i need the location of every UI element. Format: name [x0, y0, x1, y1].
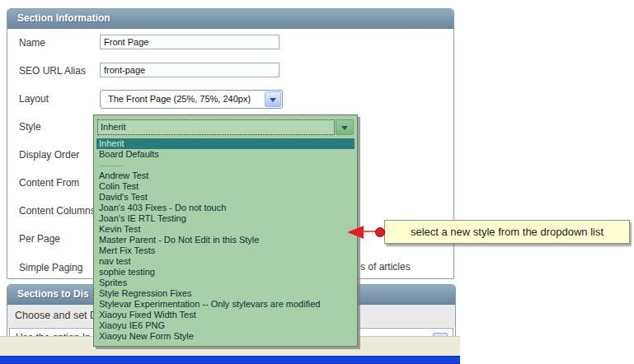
style-option[interactable]: Andrew Test	[96, 170, 355, 181]
style-option[interactable]: Style Regression Fixes	[96, 288, 355, 299]
layout-select-value: The Front Page (25%, 75%, 240px)	[108, 91, 251, 107]
style-option[interactable]: Joan's 403 Fixes - Do not touch	[96, 203, 355, 213]
seo-url-alias-label: SEO URL Alias	[19, 65, 86, 77]
style-option[interactable]: David's Test	[96, 192, 355, 203]
annotation-arrow-dot	[375, 227, 385, 237]
annotation-arrow-icon	[347, 226, 364, 239]
style-option[interactable]: Stylevar Experimentation -- Only styleva…	[96, 299, 355, 310]
style-option[interactable]: Xiaoyu IE6 PNG	[96, 320, 355, 331]
style-label: Style	[19, 121, 41, 133]
style-dropdown-widget: Inherit Inherit Board Defaults -------- …	[93, 114, 358, 347]
style-option-list: Inherit Board Defaults -------- Andrew T…	[96, 138, 355, 342]
style-option[interactable]: Joan's IE RTL Testing	[96, 213, 355, 224]
style-option[interactable]: Xiaoyu New Form Style	[96, 331, 355, 342]
simple-paging-label: Simple Paging	[19, 262, 82, 273]
content-columns-label: Content Columns	[19, 205, 96, 217]
layout-select-arrow-button[interactable]	[265, 91, 281, 107]
chevron-down-icon	[270, 98, 276, 102]
style-option-separator: --------	[96, 160, 355, 170]
content-from-label: Content From	[19, 177, 79, 189]
style-option[interactable]: Inherit	[96, 138, 355, 149]
style-option[interactable]: sophie testing	[96, 267, 355, 278]
style-select-arrow-button[interactable]	[336, 119, 354, 135]
name-input[interactable]	[100, 35, 279, 49]
chevron-down-icon	[341, 126, 348, 130]
style-option[interactable]: Sprites	[96, 278, 355, 288]
style-option[interactable]: Xiaoyu Fixed Width Test	[96, 310, 355, 320]
display-order-label: Display Order	[19, 149, 79, 161]
style-option[interactable]: nav test	[96, 256, 355, 267]
style-option[interactable]: Master Parent - Do Not Edit in this Styl…	[96, 235, 355, 245]
style-select[interactable]: Inherit	[97, 119, 354, 135]
layout-select[interactable]: The Front Page (25%, 75%, 240px)	[100, 90, 283, 109]
panel-title: Section Information	[7, 9, 453, 29]
annotation-callout: select a new style from the dropdown lis…	[384, 220, 630, 244]
seo-url-alias-input[interactable]	[100, 63, 279, 77]
style-option[interactable]: Kevin Test	[96, 224, 355, 235]
window-border-bar	[0, 356, 460, 364]
style-option[interactable]: Board Defaults	[96, 149, 355, 160]
style-option[interactable]: Colin Test	[96, 181, 355, 192]
simple-paging-description-fragment: s of articles	[360, 261, 411, 273]
style-option[interactable]: Mert Fix Tests	[96, 245, 355, 256]
page: Section Information Name SEO URL Alias L…	[0, 0, 634, 364]
style-select-value[interactable]: Inherit	[97, 119, 335, 135]
per-page-label: Per Page	[19, 233, 60, 245]
layout-label: Layout	[19, 93, 49, 105]
name-label: Name	[19, 37, 45, 49]
